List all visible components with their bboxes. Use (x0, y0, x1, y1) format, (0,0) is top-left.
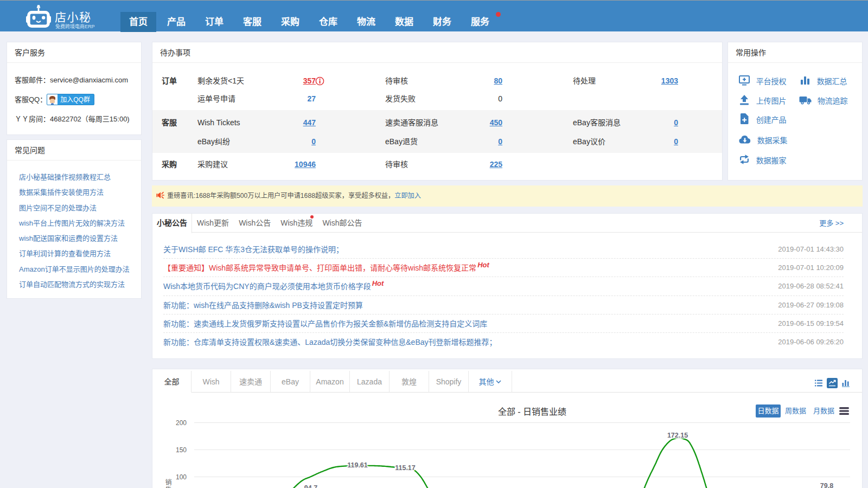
svg-text:172.15: 172.15 (667, 432, 688, 439)
svg-text:79.8: 79.8 (820, 482, 833, 488)
svg-text:100: 100 (176, 473, 187, 481)
svg-text:119.61: 119.61 (347, 461, 368, 469)
svg-text:200: 200 (176, 419, 187, 427)
svg-text:150: 150 (176, 446, 187, 454)
svg-text:94.7: 94.7 (304, 484, 317, 488)
svg-text:115.17: 115.17 (395, 464, 416, 472)
